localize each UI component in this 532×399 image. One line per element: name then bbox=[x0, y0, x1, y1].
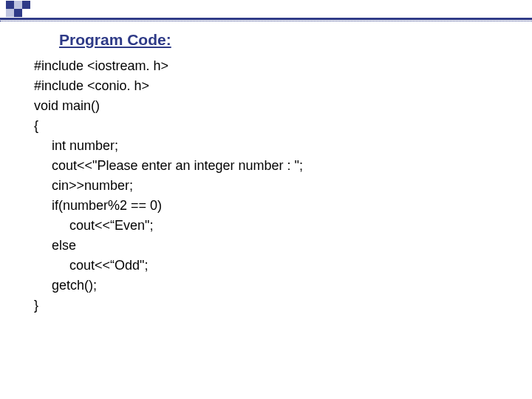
code-block: #include <iostream. h>#include <conio. h… bbox=[34, 56, 510, 316]
slide-content: Program Code: #include <iostream. h>#inc… bbox=[34, 31, 510, 316]
code-line: int number; bbox=[34, 136, 510, 156]
code-line: cout<<"Please enter an integer number : … bbox=[34, 156, 510, 176]
horizontal-rule-thick bbox=[0, 18, 532, 20]
code-line: if(number%2 == 0) bbox=[34, 196, 510, 216]
slide-top-bar bbox=[0, 0, 532, 18]
code-line: else bbox=[34, 236, 510, 256]
code-line: { bbox=[34, 116, 510, 136]
accent-squares bbox=[6, 1, 43, 17]
code-line: void main() bbox=[34, 96, 510, 116]
horizontal-rule-dotted bbox=[0, 21, 532, 21]
code-line: #include <iostream. h> bbox=[34, 56, 510, 76]
code-line: cout<<“Even"; bbox=[34, 216, 510, 236]
code-line: cout<<“Odd"; bbox=[34, 256, 510, 276]
code-line: } bbox=[34, 296, 510, 316]
page-title: Program Code: bbox=[59, 31, 510, 49]
code-line: #include <conio. h> bbox=[34, 76, 510, 96]
code-line: getch(); bbox=[34, 276, 510, 296]
code-line: cin>>number; bbox=[34, 176, 510, 196]
